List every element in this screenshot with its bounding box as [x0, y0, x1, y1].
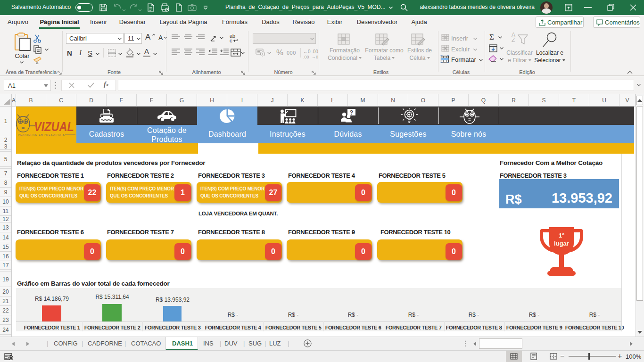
svg-text:1º: 1º [559, 232, 564, 239]
svg-text:?: ? [350, 109, 353, 116]
svg-text:VIZUAL: VIZUAL [34, 119, 74, 134]
svg-text:lugar: lugar [554, 240, 569, 247]
svg-text:c: c [230, 38, 232, 43]
svg-text:PLANILHAS EMPRESARIAIS: PLANILHAS EMPRESARIAIS [18, 133, 65, 136]
